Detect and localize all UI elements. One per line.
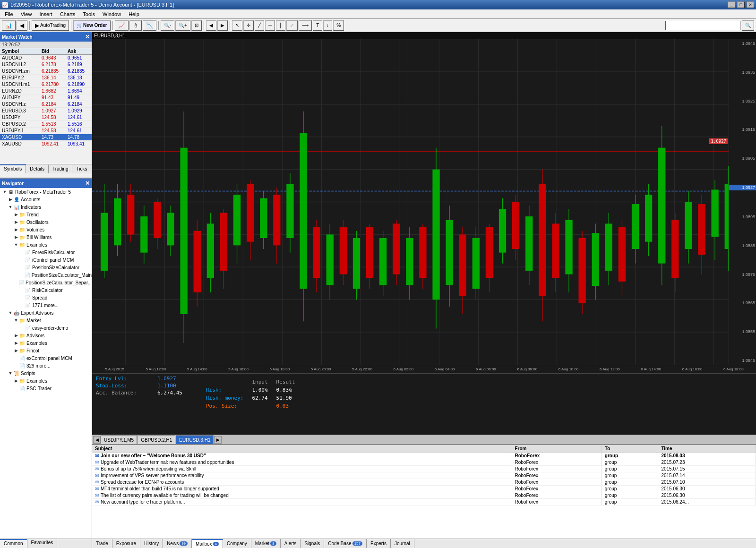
line-button[interactable]: ╱ [255, 20, 264, 31]
nav-tab-common[interactable]: Common [0, 539, 27, 548]
navigator-item[interactable]: 📄RiskCalculator [0, 286, 92, 294]
navigator-item[interactable]: ▶📁Volumes [0, 226, 92, 233]
zoom-in-button[interactable]: 🔍+ [175, 20, 190, 31]
navigator-item[interactable]: 📄PositionSizeCalculator [0, 264, 92, 271]
search-button[interactable]: 🔍 [742, 20, 754, 31]
market-watch-row[interactable]: USDCNH.2 6.2178 6.2189 [0, 61, 92, 68]
crosshair-button[interactable]: ✛ [243, 20, 254, 31]
chart-line-button[interactable]: 📉 [143, 20, 156, 31]
market-watch-row[interactable]: AUDCAD 0.9643 0.9651 [0, 55, 92, 61]
mailbox-row[interactable]: ✉Spread decrease for ECN-Pro accounts Ro… [92, 479, 756, 486]
mailbox-row[interactable]: ✉The list of currency pairs available fo… [92, 492, 756, 499]
menu-charts[interactable]: Charts [56, 10, 79, 18]
navigator-item[interactable]: ▼📁Examples [0, 241, 92, 248]
navigator-item[interactable]: 📄PositionSizeCalculator_Separ... [0, 279, 92, 286]
back-button[interactable]: ◀ [17, 20, 27, 31]
market-watch-row[interactable]: USDCNH.z 6.2184 6.2184 [0, 101, 92, 108]
mailbox-row[interactable]: ✉Improvement of VPS-server performance s… [92, 472, 756, 479]
navigator-item[interactable]: ▼📁Market [0, 317, 92, 324]
navigator-item[interactable]: 📄ForexRiskCalculator [0, 248, 92, 256]
navigator-item[interactable]: ▼📊Indicators [0, 203, 92, 211]
new-chart-button[interactable]: 📊 [2, 20, 16, 31]
navigator-item[interactable]: ▶👤Accounts [0, 196, 92, 203]
new-order-button[interactable]: 🛒 New Order [73, 20, 111, 31]
market-watch-row[interactable]: EURJPY.2 136.14 136.18 [0, 75, 92, 81]
chart-tab-usdjpy[interactable]: USDJPY.1,M5 [101, 435, 137, 444]
mailbox-row[interactable]: ✉Bonus of up to 75% when depositing via … [92, 466, 756, 472]
mailbox-row[interactable]: ✉Upgrade of WebTrader terminal: new feat… [92, 459, 756, 466]
menu-insert[interactable]: Insert [35, 10, 56, 18]
chart-canvas[interactable]: 1.0927 [92, 39, 756, 365]
chart-tab-gbpusd[interactable]: GBPUSD.2,H1 [137, 435, 175, 444]
market-watch-row[interactable]: USDCNH.m1 6.21780 6.21890 [0, 81, 92, 88]
menu-window[interactable]: Window [99, 10, 125, 18]
scroll-left-button[interactable]: ◀ [206, 20, 216, 31]
market-watch-row[interactable]: AUDJPY 91.43 91.49 [0, 94, 92, 101]
chart-tab-eurusd[interactable]: EURUSD.3,H1 [176, 435, 214, 444]
nav-tab-favourites[interactable]: Favourites [27, 539, 58, 548]
minimize-button[interactable]: _ [728, 1, 735, 8]
tab-ticks[interactable]: Ticks [72, 164, 91, 173]
period-button[interactable]: % [333, 20, 344, 31]
navigator-item[interactable]: ▶📁Trend [0, 211, 92, 218]
tab-exposure[interactable]: Exposure [112, 539, 140, 548]
tab-trading[interactable]: Trading [49, 164, 73, 173]
navigator-item[interactable]: ▶📁Examples [0, 377, 92, 385]
navigator-item[interactable]: ▶📁Examples [0, 339, 92, 347]
tab-trade[interactable]: Trade [92, 539, 112, 548]
menu-tools[interactable]: Tools [79, 10, 99, 18]
navigator-item[interactable]: 📄exControl panel MCM [0, 354, 92, 362]
tab-news[interactable]: News 99 [163, 539, 192, 548]
navigator-item[interactable]: 📄easy-order-demo [0, 324, 92, 332]
tab-alerts[interactable]: Alerts [281, 539, 301, 548]
navigator-item[interactable]: ▼🤖Expert Advisors [0, 309, 92, 317]
navigator-item[interactable]: 📄PSC-Trader [0, 385, 92, 392]
zoom-fit-button[interactable]: ⊡ [191, 20, 202, 31]
tab-mailbox[interactable]: Mailbox 4 [192, 539, 223, 548]
market-watch-row[interactable]: USDJPY.1 124.58 124.61 [0, 128, 92, 134]
mailbox-row[interactable]: ✉MT4 terminal older than build 745 is no… [92, 486, 756, 492]
toolbar-search[interactable] [665, 21, 741, 30]
tab-details[interactable]: Details [26, 164, 49, 173]
tab-journal[interactable]: Journal [391, 539, 414, 548]
navigator-item[interactable]: 📄Spread [0, 294, 92, 301]
market-watch-row[interactable]: EURNZD 1.6682 1.6694 [0, 88, 92, 94]
scroll-right-button[interactable]: ▶ [217, 20, 228, 31]
tab-signals[interactable]: Signals [301, 539, 324, 548]
tab-market[interactable]: Market 8 [251, 539, 281, 548]
market-watch-row[interactable]: XAUUSD 1092.41 1093.41 [0, 141, 92, 147]
navigator-item[interactable]: ▼🖥RoboForex - MetaTrader 5 [0, 188, 92, 196]
menu-file[interactable]: File [1, 10, 17, 18]
arrow-button[interactable]: ↓ [323, 20, 332, 31]
market-watch-row[interactable]: EURUSD.3 1.0927 1.0929 [0, 108, 92, 114]
chart-candle-button[interactable]: 🕯 [129, 20, 142, 31]
market-watch-row[interactable]: USDJPY 124.58 124.61 [0, 114, 92, 121]
chart-tab-arrow-right[interactable]: ▶ [214, 436, 222, 444]
channel-button[interactable]: ⟿ [299, 20, 312, 31]
chart-bar-button[interactable]: 📈 [115, 20, 129, 31]
navigator-item[interactable]: ▼📜Scripts [0, 369, 92, 377]
market-watch-close[interactable]: ✕ [85, 34, 90, 40]
navigator-item[interactable]: 📄PositionSizeCalculator_Main [0, 271, 92, 279]
hline-button[interactable]: ─ [265, 20, 275, 31]
text-button[interactable]: T [313, 20, 322, 31]
autotrading-button[interactable]: ▶ AutoTrading [32, 20, 69, 31]
tab-history[interactable]: History [140, 539, 163, 548]
chart-tab-arrow-left[interactable]: ◀ [93, 436, 101, 444]
tab-company[interactable]: Company [223, 539, 251, 548]
zoom-out-button[interactable]: 🔍- [161, 20, 174, 31]
navigator-item[interactable]: ▶📁Oscillators [0, 218, 92, 226]
cursor-button[interactable]: ↖ [232, 20, 242, 31]
maximize-button[interactable]: □ [737, 1, 745, 8]
navigator-close[interactable]: ✕ [85, 180, 90, 187]
market-watch-row[interactable]: XAGUSD 14.73 14.78 [0, 134, 92, 141]
menu-help[interactable]: Help [125, 10, 143, 18]
trendline-button[interactable]: ⟋ [286, 20, 298, 31]
menu-view[interactable]: View [17, 10, 36, 18]
tab-codebase[interactable]: Code Base 157 [324, 539, 367, 548]
navigator-item[interactable]: 📄329 more... [0, 362, 92, 369]
navigator-item[interactable]: 📄1771 more... [0, 301, 92, 309]
market-watch-row[interactable]: USDCNH.zm 6.21835 6.21835 [0, 68, 92, 75]
navigator-item[interactable]: ▶📁Advisors [0, 332, 92, 339]
navigator-item[interactable]: ▶📁Fincot [0, 347, 92, 354]
